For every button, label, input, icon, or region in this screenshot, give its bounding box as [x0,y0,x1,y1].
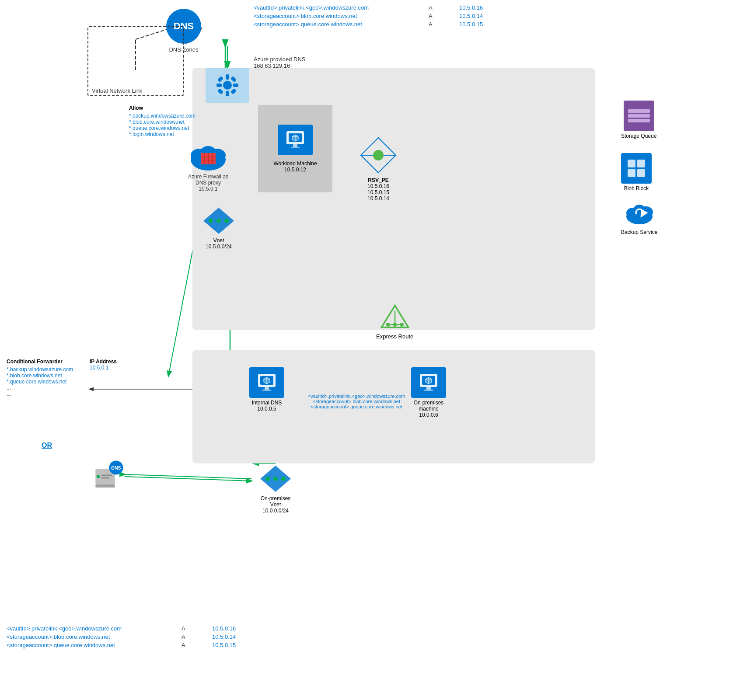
or-label: OR [42,442,52,449]
svg-rect-47 [291,147,300,148]
dns-server-visual: DNS [90,459,125,494]
azure-dns-label: Azure provided DNS 168.63.129.16 [254,56,306,69]
dns-record-type-3: A [429,21,442,28]
dns-record-bottom-type-1: A [182,625,195,632]
vnet-cidr: 10.5.0.0/24 [206,244,232,250]
svg-rect-27 [226,91,229,96]
dns-server-svg: DNS [90,457,125,496]
svg-rect-33 [230,76,237,82]
dns-record-bottom-ip-1: 10.5.0.16 [212,625,236,632]
blob-block-label: Blob Block [621,185,652,192]
between-dns-1: <vaultId>.privatelink.<geo>.windowszure.… [273,394,440,399]
rsvpe-label: RSV_PE [359,177,398,183]
allow-url-3: *.queue.core.windows.net [129,125,195,131]
between-dns-2: <storageaccount>.blob.core.windows.net [273,399,440,404]
dns-record-name-1: <vaultId>.privatelink.<geo>.windowszure.… [254,4,411,11]
dns-record-bottom-type-2: A [182,634,195,640]
onprem-machine-icon: On-premises machine 10.0.0.6 [411,367,446,418]
azure-dns-ip: 168.63.129.16 [254,63,306,69]
vnet-diamond-svg [201,205,236,236]
cf-title: Conditional Forwarder [7,359,73,365]
svg-point-56 [373,150,384,160]
azure-dns-icon [206,68,249,103]
dns-record-name-2: <storageaccount>.blob.core.windows.net [254,13,411,19]
rsvpe-ip2: 10.5.0.15 [359,189,398,195]
svg-text:DNS: DNS [111,465,121,470]
svg-rect-26 [226,74,229,80]
dns-record-bottom-ip-3: 10.5.0.15 [212,642,236,648]
svg-point-54 [224,219,229,223]
express-route-svg [380,302,410,332]
rsvpe-ip3: 10.5.0.14 [359,195,398,202]
onprem-vnet-cidr: 10.0.0.0/24 [262,508,289,514]
rsvpe-ip1: 10.5.0.16 [359,183,398,189]
blob-block-icon: Blob Block [621,153,652,192]
dns-record-bottom-name-1: <vaultId>.privatelink.<geo>.windowszure.… [7,625,164,632]
svg-rect-76 [262,390,271,391]
vnet-label: Vnet [213,237,224,244]
svg-rect-95 [101,477,109,479]
cf-url-1: *.backup.windowsazure.com [7,366,73,373]
backup-service-svg [624,199,655,225]
dns-record-bottom-type-3: A [182,642,195,648]
dns-record-ip-1: 10.5.0.16 [459,4,483,11]
backup-service-label: Backup Service [621,229,657,235]
dns-records-top: <vaultId>.privatelink.<geo>.windowszure.… [254,4,483,29]
onprem-vnet-diamond-svg [258,463,293,494]
rsvpe-diamond-svg [359,136,398,175]
cf-ellipsis-2: ... [7,391,73,397]
svg-rect-29 [233,84,238,87]
dns-record-bottom-ip-2: 10.5.0.14 [212,634,236,640]
onprem-dns-server: DNS [90,459,125,494]
svg-line-24 [125,474,251,479]
workload-label: Workload Machine [273,160,317,167]
svg-rect-61 [628,169,635,177]
allow-url-4: *.login.windows.net [129,131,195,137]
svg-rect-83 [424,390,433,391]
firewall-label1: Azure Firewall as [188,174,228,180]
blob-block-visual [621,153,652,184]
cf-url-3: *.queue.core.windows.net [7,379,73,385]
workload-ip: 10.5.0.12 [284,167,306,173]
ip-address-label: IP Address 10.5.0.1 [90,359,117,371]
svg-point-90 [281,477,286,481]
dns-record-bottom-name-3: <storageaccount>.queue.core.windows.net [7,642,164,648]
workload-machine-icon [278,125,313,155]
onprem-machine-svg [418,372,440,394]
firewall-ip: 10.5.0.1 [199,186,217,192]
firewall-cloud-svg [188,140,228,171]
backup-service-icon: Backup Service [621,197,657,235]
onprem-vnet-label: On-premises [261,495,291,501]
svg-rect-46 [293,144,297,147]
express-route-visual [380,302,410,332]
allow-text: Allow *.backup.windowsazure.com *.blob.c… [129,105,195,137]
svg-rect-60 [637,160,645,167]
between-dns-labels: <vaultId>.privatelink.<geo>.windowszure.… [273,394,440,409]
ip-address-title: IP Address [90,359,117,365]
internal-dns-svg [256,372,278,394]
svg-point-89 [273,477,278,481]
svg-point-52 [209,219,213,223]
dns-records-bottom: <vaultId>.privatelink.<geo>.windowszure.… [7,625,236,650]
backup-service-visual [624,197,655,227]
conditional-forwarder: Conditional Forwarder *.backup.windowsaz… [7,359,73,397]
ip-address-value: 10.5.0.1 [90,365,117,371]
azure-firewall-icon: Azure Firewall as DNS proxy 10.5.0.1 [188,140,228,192]
onprem-vnet-label2: Vnet [270,501,281,508]
azure-dns-title: Azure provided DNS [254,56,306,63]
svg-rect-82 [426,387,431,390]
svg-rect-30 [217,76,223,82]
storage-queue-icon: Storage Queue [621,101,656,139]
svg-point-66 [633,205,646,215]
firewall-label2: DNS proxy [195,180,221,186]
vnet-link-box [87,26,184,96]
storage-queue-visual [624,101,654,131]
svg-rect-62 [637,169,645,177]
gear-icon [214,72,241,98]
dns-record-ip-2: 10.5.0.14 [459,13,483,19]
onprem-vnet-icon: On-premises Vnet 10.0.0.0/24 [258,463,293,514]
dns-record-ip-3: 10.5.0.15 [459,21,483,28]
allow-url-2: *.blob.core.windows.net [129,119,195,125]
express-route-label: Express Route [376,333,413,340]
svg-rect-28 [216,84,222,87]
